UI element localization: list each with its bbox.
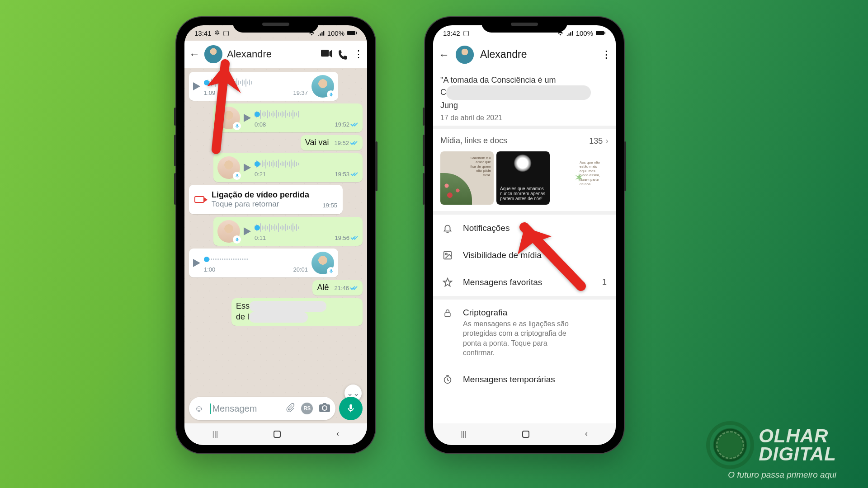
android-nav-bar: ||| › bbox=[184, 423, 367, 445]
camera-icon[interactable] bbox=[319, 403, 330, 414]
sender-avatar bbox=[311, 252, 334, 274]
battery-icon bbox=[347, 29, 357, 37]
home-icon[interactable] bbox=[522, 431, 529, 438]
back-nav-icon[interactable]: › bbox=[585, 430, 588, 439]
voice-time: 19:37 bbox=[293, 89, 308, 96]
signal-icon bbox=[318, 29, 325, 37]
sender-avatar bbox=[311, 75, 334, 98]
message-text: Ess bbox=[236, 301, 250, 310]
media-thumb[interactable]: ✶Aos que não estão mais aqui, mas ainda … bbox=[552, 151, 606, 205]
bell-icon bbox=[442, 223, 453, 234]
option-encryption[interactable]: Criptografia As mensagens e as ligações … bbox=[433, 300, 616, 366]
svg-rect-1 bbox=[356, 32, 357, 34]
image-icon: ▢ bbox=[463, 29, 469, 37]
text-message-out[interactable]: Vai vai 19:52 bbox=[301, 135, 363, 150]
option-count: 1 bbox=[602, 277, 607, 287]
record-voice-button[interactable] bbox=[339, 397, 363, 420]
read-ticks-icon bbox=[351, 235, 359, 240]
annotation-arrow bbox=[511, 218, 597, 306]
battery-text: 100% bbox=[327, 29, 344, 37]
brand-line1: OLHAR bbox=[759, 427, 836, 445]
svg-rect-7 bbox=[445, 313, 450, 316]
play-icon[interactable] bbox=[193, 259, 200, 267]
status-icon: ✲ bbox=[214, 29, 220, 37]
annotation-arrow bbox=[198, 59, 248, 160]
play-icon[interactable] bbox=[244, 164, 251, 172]
phone-mockup-left: 13:41 ✲ ▢ 100% ← Alexandre bbox=[176, 17, 375, 453]
option-disappearing-messages[interactable]: Mensagens temporárias bbox=[433, 366, 616, 393]
voice-duration: 0:11 bbox=[255, 235, 266, 241]
about-text: "A tomada da Consciência é um bbox=[440, 75, 556, 84]
read-ticks-icon bbox=[351, 171, 359, 176]
lock-icon bbox=[442, 308, 453, 319]
text-message-out[interactable]: Ess de l bbox=[231, 298, 363, 326]
media-thumbnails: Saudade é o amor que fica de quem não pô… bbox=[440, 151, 609, 205]
read-ticks-icon bbox=[351, 122, 359, 127]
recents-icon[interactable]: ||| bbox=[461, 430, 467, 438]
brand-logo-icon bbox=[710, 425, 750, 465]
brand-tagline: O futuro passa primeiro aqui bbox=[728, 470, 836, 480]
emoji-icon[interactable]: ☺ bbox=[194, 404, 203, 414]
message-text: de l bbox=[236, 312, 249, 321]
signal-icon bbox=[566, 29, 573, 37]
attachment-icon[interactable] bbox=[286, 403, 295, 415]
contact-avatar[interactable] bbox=[456, 46, 474, 64]
sender-avatar bbox=[217, 220, 240, 243]
battery-icon bbox=[596, 29, 606, 37]
brand-watermark: OLHAR DIGITAL O futuro passa primeiro aq… bbox=[710, 425, 836, 465]
timer-icon bbox=[442, 374, 453, 385]
image-icon bbox=[442, 250, 453, 261]
media-thumb[interactable]: Aqueles que amamos nunca morrem apenas p… bbox=[496, 151, 550, 205]
about-text: C bbox=[440, 88, 446, 97]
menu-icon[interactable]: ⋮ bbox=[601, 49, 610, 61]
menu-icon[interactable]: ⋮ bbox=[354, 48, 363, 60]
option-label: Criptografia bbox=[463, 308, 580, 318]
option-subtitle: As mensagens e as ligações são protegida… bbox=[463, 319, 580, 358]
back-icon[interactable]: ← bbox=[189, 48, 200, 61]
missed-video-call[interactable]: Ligação de vídeo perdida Toque para reto… bbox=[189, 185, 343, 214]
svg-rect-4 bbox=[604, 32, 605, 34]
missed-video-icon bbox=[194, 195, 206, 204]
phone-mockup-right: 13:42 ▢ 100% ← Alexandre ⋮ "A tomada da … bbox=[425, 17, 624, 453]
svg-point-6 bbox=[445, 253, 447, 255]
about-section: "A tomada da Consciência é um C Jung 17 … bbox=[433, 68, 616, 129]
about-text: Jung bbox=[440, 101, 458, 110]
media-section[interactable]: Mídia, links e docs 135› Saudade é o amo… bbox=[433, 129, 616, 211]
text-message-out[interactable]: Alê 21:46 bbox=[312, 280, 363, 296]
missed-call-subtitle: Toque para retornar bbox=[212, 200, 317, 209]
read-ticks-icon bbox=[350, 140, 358, 145]
voice-time: 19:56 bbox=[335, 235, 349, 241]
recents-icon[interactable]: ||| bbox=[212, 430, 218, 438]
message-time: 19:52 bbox=[334, 140, 349, 146]
media-thumb[interactable]: Saudade é o amor que fica de quem não pô… bbox=[440, 151, 494, 205]
play-icon[interactable] bbox=[244, 227, 251, 235]
video-call-icon[interactable] bbox=[321, 49, 333, 59]
option-label: Mensagens temporárias bbox=[463, 375, 607, 385]
svg-rect-2 bbox=[321, 50, 329, 56]
status-time: 13:41 bbox=[194, 29, 212, 37]
message-time: 21:46 bbox=[334, 285, 349, 291]
payment-icon[interactable]: R$ bbox=[301, 403, 313, 414]
voice-call-icon[interactable] bbox=[337, 49, 349, 59]
voice-message-in[interactable]: 1:0020:01 bbox=[189, 249, 338, 277]
voice-message-out[interactable]: 0:1119:56 bbox=[213, 217, 363, 246]
message-text: Vai vai bbox=[305, 138, 329, 147]
image-icon: ▢ bbox=[223, 29, 229, 37]
voice-duration: 0:21 bbox=[255, 171, 266, 178]
message-text: Alê bbox=[317, 283, 329, 292]
battery-text: 100% bbox=[576, 29, 593, 37]
back-icon[interactable]: ← bbox=[439, 48, 449, 61]
home-icon[interactable] bbox=[274, 431, 281, 438]
message-input[interactable]: Mensagem bbox=[210, 404, 279, 414]
status-time: 13:42 bbox=[443, 29, 460, 37]
thumb-caption: Aqueles que amamos nunca morrem apenas p… bbox=[500, 186, 546, 201]
voice-duration: 1:00 bbox=[204, 266, 215, 273]
back-nav-icon[interactable]: › bbox=[336, 430, 339, 439]
contact-name: Alexandre bbox=[480, 48, 595, 61]
info-header: ← Alexandre ⋮ bbox=[433, 41, 616, 68]
read-ticks-icon bbox=[350, 285, 358, 290]
star-icon bbox=[442, 277, 453, 288]
svg-rect-0 bbox=[347, 31, 355, 35]
contact-name[interactable]: Alexandre bbox=[227, 48, 316, 60]
message-input-bar: ☺ Mensagem R$ bbox=[189, 397, 363, 420]
